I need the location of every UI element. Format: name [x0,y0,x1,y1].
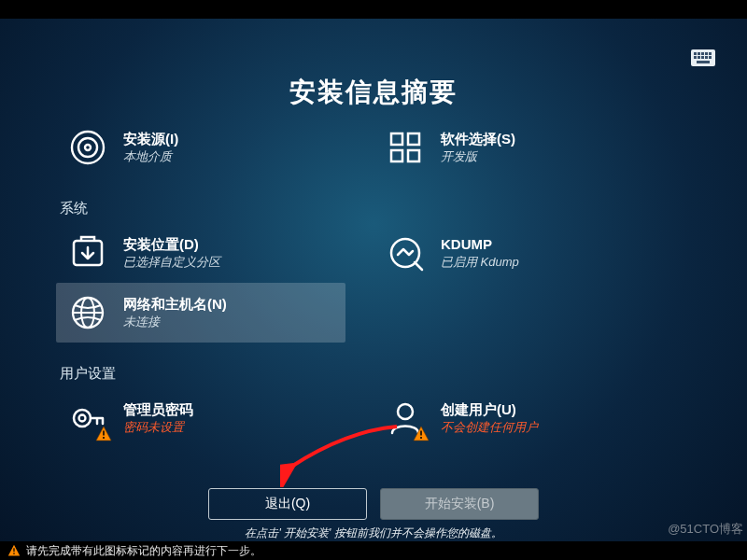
item-sub: 已选择自定义分区 [123,255,220,271]
item-title: 安装源(I) [123,130,178,148]
kdump-icon [385,232,426,273]
svg-rect-17 [391,150,402,161]
warning-icon [413,426,430,442]
svg-rect-8 [701,56,704,59]
svg-rect-15 [391,133,402,145]
svg-point-25 [74,410,91,427]
item-install-destination[interactable]: 安装位置(D) 已选择自定义分区 [56,223,345,283]
item-network-hostname[interactable]: 网络和主机名(N) 未连接 [56,283,345,343]
svg-point-29 [398,404,413,419]
item-sub: 已启用 Kdump [441,255,519,271]
user-icon [385,398,426,439]
item-create-user[interactable]: 创建用户(U) 不会创建任何用户 [374,388,663,448]
svg-rect-11 [697,61,710,63]
section-label-system: 系统 [60,200,687,217]
svg-rect-3 [701,52,704,55]
item-sub: 不会创建任何用户 [441,420,538,436]
disc-icon [67,127,108,168]
svg-point-13 [78,138,97,157]
item-title: KDUMP [441,235,519,254]
svg-rect-33 [13,553,15,554]
bottom-warning-bar: 请先完成带有此图标标记的内容再进行下一步。 [7,541,261,560]
svg-rect-1 [694,52,697,55]
watermark: @51CTO博客 [668,521,743,538]
item-sub: 本地介质 [123,149,178,165]
drive-icon [67,232,108,273]
quit-button[interactable]: 退出(Q) [208,488,367,520]
svg-point-26 [79,415,86,422]
svg-rect-7 [698,56,700,59]
svg-rect-6 [694,56,697,59]
svg-rect-28 [103,437,105,439]
svg-rect-30 [420,431,422,436]
item-sub: 未连接 [123,315,227,330]
svg-point-14 [85,145,91,150]
svg-line-21 [415,262,422,270]
grid-icon [385,127,426,168]
warning-icon [7,544,21,557]
svg-rect-4 [705,52,708,55]
warning-icon [95,426,112,442]
item-software-selection[interactable]: 软件选择(S) 开发版 [374,118,663,177]
svg-rect-32 [13,548,15,552]
svg-rect-5 [709,52,712,55]
svg-rect-16 [408,133,419,145]
item-title: 软件选择(S) [441,130,515,148]
svg-point-12 [72,132,104,163]
svg-rect-27 [103,431,105,436]
item-sub: 密码未设置 [123,420,193,436]
section-label-user: 用户设置 [60,365,687,383]
item-root-password[interactable]: 管理员密码 密码未设置 [56,388,345,448]
page-title: 安装信息摘要 [0,75,747,110]
svg-rect-18 [408,150,419,161]
item-title: 管理员密码 [123,400,193,419]
item-install-source[interactable]: 安装源(I) 本地介质 [56,118,345,177]
svg-rect-9 [705,56,708,59]
footer-hint: 在点击' 开始安装' 按钮前我们并不会操作您的磁盘。 [0,525,747,541]
begin-install-button[interactable]: 开始安装(B) [380,488,539,520]
globe-icon [67,292,108,333]
svg-rect-2 [698,52,700,55]
item-kdump[interactable]: KDUMP 已启用 Kdump [374,223,663,283]
password-icon [67,398,108,439]
item-title: 创建用户(U) [441,400,538,419]
item-title: 安装位置(D) [123,235,220,254]
svg-rect-31 [420,437,422,439]
svg-rect-10 [709,56,712,59]
item-title: 网络和主机名(N) [123,295,227,314]
keyboard-icon[interactable] [691,49,715,70]
item-sub: 开发版 [441,149,515,165]
